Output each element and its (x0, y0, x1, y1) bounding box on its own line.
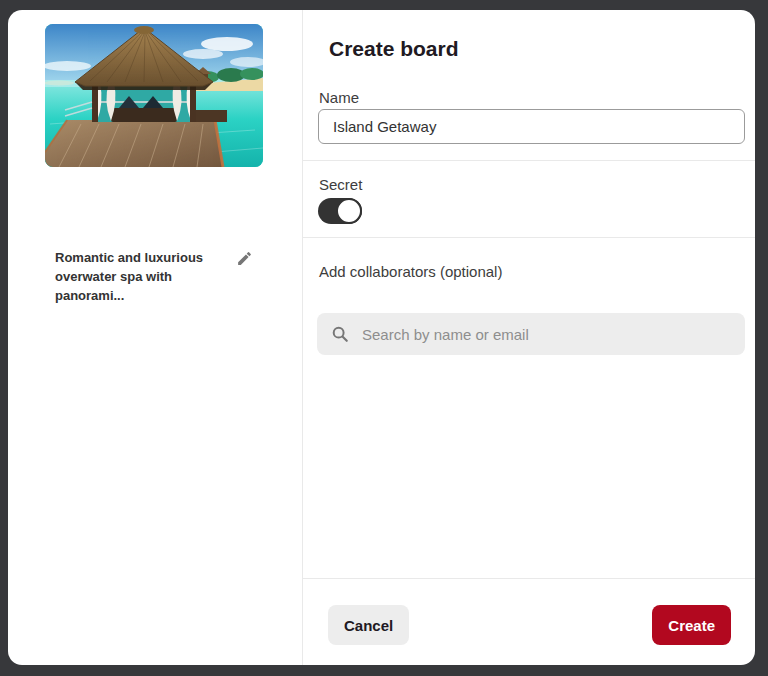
dialog-title: Create board (329, 37, 459, 61)
cancel-button[interactable]: Cancel (328, 605, 409, 645)
divider (303, 578, 755, 579)
collaborator-search[interactable] (317, 313, 745, 355)
create-button[interactable]: Create (652, 605, 731, 645)
pin-preview-panel: Romantic and luxurious overwater spa wit… (8, 10, 302, 665)
pencil-icon (236, 255, 253, 270)
pin-description: Romantic and luxurious overwater spa wit… (55, 248, 215, 305)
search-icon (331, 325, 349, 343)
pin-caption-row: Romantic and luxurious overwater spa wit… (55, 248, 253, 305)
pin-image (45, 24, 263, 167)
collaborators-label: Add collaborators (optional) (319, 263, 502, 280)
edit-description-button[interactable] (236, 250, 253, 267)
toggle-knob (336, 198, 362, 224)
create-board-modal: Romantic and luxurious overwater spa wit… (8, 10, 755, 665)
divider (303, 160, 755, 161)
secret-label: Secret (319, 176, 362, 193)
create-board-form: Create board Name Secret Add collaborato… (303, 10, 755, 665)
collaborator-search-input[interactable] (360, 325, 731, 344)
board-name-input[interactable] (318, 109, 745, 144)
name-label: Name (319, 89, 359, 106)
secret-toggle[interactable] (318, 198, 362, 224)
tropical-scene-illustration (45, 24, 263, 167)
divider (303, 237, 755, 238)
